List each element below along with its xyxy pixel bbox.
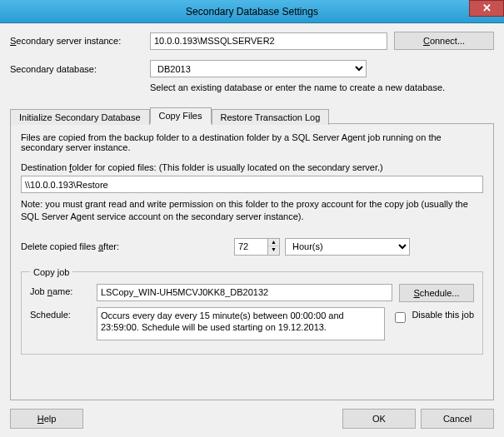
disable-job-control[interactable]: Disable this job	[392, 307, 474, 325]
dialog-footer: Help OK Cancel	[10, 400, 494, 429]
tab-initialize[interactable]: Initialize Secondary Database	[10, 109, 150, 125]
tab-copy-files[interactable]: Copy Files	[150, 107, 212, 124]
schedule-text: Occurs every day every 15 minute(s) betw…	[97, 307, 385, 340]
cancel-button[interactable]: Cancel	[421, 409, 494, 429]
delete-after-value[interactable]	[234, 238, 267, 256]
close-button[interactable]: ✕	[469, 0, 504, 17]
copy-intro-text: Files are copied from the backup folder …	[21, 132, 483, 152]
delete-after-spinner[interactable]: ▲ ▼	[234, 238, 280, 256]
spin-down-icon[interactable]: ▼	[268, 246, 279, 254]
job-name-input[interactable]	[97, 284, 392, 301]
spin-up-icon[interactable]: ▲	[268, 239, 279, 246]
disable-job-checkbox[interactable]	[395, 312, 406, 323]
help-button[interactable]: Help	[10, 409, 83, 429]
tab-panel-copy: Files are copied from the backup folder …	[10, 123, 494, 400]
secondary-db-label: Secondary database:	[10, 64, 143, 74]
job-name-label: Job name:	[30, 284, 90, 296]
destination-folder-input[interactable]	[21, 176, 483, 193]
copy-job-legend: Copy job	[30, 267, 72, 277]
tab-strip: Initialize Secondary Database Copy Files…	[10, 107, 494, 123]
server-instance-label: Secondary server instance:	[10, 36, 143, 46]
ok-button[interactable]: OK	[342, 409, 416, 429]
title-bar: Secondary Database Settings ✕	[0, 0, 504, 23]
delete-after-label: Delete copied files after:	[21, 241, 229, 251]
copy-job-group: Copy job Job name: Schedule... Schedule:…	[21, 267, 483, 355]
window-title: Secondary Database Settings	[186, 6, 318, 17]
secondary-db-select[interactable]: DB2013	[150, 60, 367, 77]
schedule-label: Schedule:	[30, 307, 90, 320]
dialog-content: Secondary server instance: Connect... Se…	[0, 23, 504, 437]
server-instance-input[interactable]	[150, 32, 387, 50]
destination-label: Destination folder for copied files: (Th…	[21, 162, 483, 172]
delete-after-unit-select[interactable]: Hour(s)	[285, 238, 410, 256]
tab-restore-log[interactable]: Restore Transaction Log	[212, 109, 330, 125]
connect-button[interactable]: Connect...	[394, 32, 494, 50]
disable-job-label: Disable this job	[412, 310, 474, 320]
permissions-note: Note: you must grant read and write perm…	[21, 198, 483, 223]
secondary-db-hint: Select an existing database or enter the…	[150, 82, 494, 92]
schedule-button[interactable]: Schedule...	[399, 284, 474, 302]
